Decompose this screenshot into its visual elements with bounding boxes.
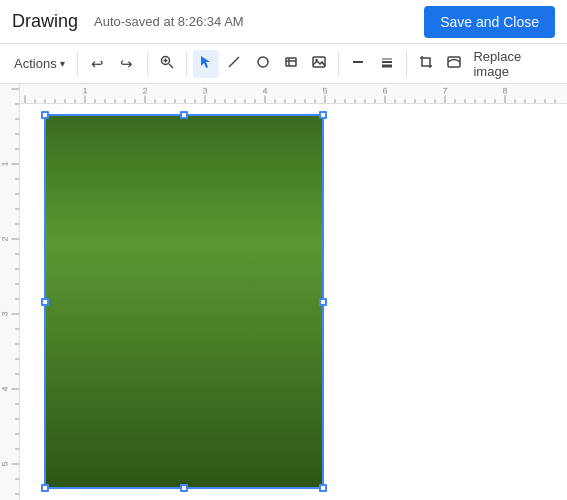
resize-handle-top-left[interactable]: [41, 111, 49, 119]
svg-point-6: [258, 57, 268, 67]
line-color-icon: [351, 55, 365, 72]
svg-rect-16: [448, 57, 460, 67]
zoom-button[interactable]: [154, 50, 180, 78]
header-left: Drawing Auto-saved at 8:26:34 AM: [12, 11, 244, 32]
toolbar-divider-4: [338, 52, 339, 76]
line-weight-button[interactable]: [374, 50, 400, 78]
resize-handle-bottom-center[interactable]: [180, 484, 188, 492]
resize-handle-top-center[interactable]: [180, 111, 188, 119]
app-title: Drawing: [12, 11, 78, 32]
line-color-button[interactable]: [345, 50, 371, 78]
drawing-canvas[interactable]: [20, 104, 567, 500]
line-tool-button[interactable]: [221, 50, 247, 78]
resize-handle-bottom-left[interactable]: [41, 484, 49, 492]
mask-button[interactable]: [441, 50, 467, 78]
left-ruler-canvas: [0, 84, 19, 500]
toolbar-divider-2: [147, 52, 148, 76]
resize-handle-bottom-right[interactable]: [319, 484, 327, 492]
canvas-area: [0, 84, 567, 500]
save-and-close-button[interactable]: Save and Close: [424, 6, 555, 38]
redo-icon: ↪: [120, 55, 133, 73]
mask-icon: [447, 55, 461, 72]
text-box-icon: [284, 55, 298, 72]
redo-button[interactable]: ↪: [113, 50, 141, 78]
select-tool-button[interactable]: [193, 50, 219, 78]
actions-label: Actions: [14, 56, 57, 71]
line-icon: [227, 55, 241, 72]
top-ruler-canvas: [20, 84, 567, 103]
actions-chevron-icon: ▾: [60, 58, 65, 69]
actions-menu-button[interactable]: Actions ▾: [8, 50, 71, 78]
cursor-icon: [199, 55, 213, 72]
autosave-status: Auto-saved at 8:26:34 AM: [94, 14, 244, 29]
svg-marker-4: [201, 56, 210, 68]
crop-button[interactable]: [413, 50, 439, 78]
undo-redo-group: ↩ ↪: [84, 50, 141, 78]
shape-tool-button[interactable]: [249, 50, 275, 78]
shape-icon: [256, 55, 270, 72]
zoom-icon: [159, 54, 175, 73]
toolbar-divider-5: [406, 52, 407, 76]
header-bar: Drawing Auto-saved at 8:26:34 AM Save an…: [0, 0, 567, 44]
undo-icon: ↩: [91, 55, 104, 73]
svg-line-5: [229, 57, 239, 67]
crop-icon: [419, 55, 433, 72]
selected-image-frame[interactable]: [44, 114, 324, 489]
canvas-container: [20, 84, 567, 500]
undo-button[interactable]: ↩: [84, 50, 112, 78]
top-ruler: [20, 84, 567, 104]
image-content: [46, 116, 322, 487]
toolbar-divider-3: [186, 52, 187, 76]
toolbar: Actions ▾ ↩ ↪: [0, 44, 567, 84]
image-icon: [312, 55, 326, 72]
resize-handle-middle-right[interactable]: [319, 298, 327, 306]
svg-line-1: [169, 64, 173, 68]
toolbar-divider-1: [77, 52, 78, 76]
svg-rect-7: [286, 58, 296, 66]
line-weight-icon: [380, 55, 394, 72]
resize-handle-top-right[interactable]: [319, 111, 327, 119]
text-box-tool-button[interactable]: [278, 50, 304, 78]
image-tool-button[interactable]: [306, 50, 332, 78]
replace-image-button[interactable]: Replace image: [469, 50, 559, 78]
left-ruler: [0, 84, 20, 500]
resize-handle-middle-left[interactable]: [41, 298, 49, 306]
